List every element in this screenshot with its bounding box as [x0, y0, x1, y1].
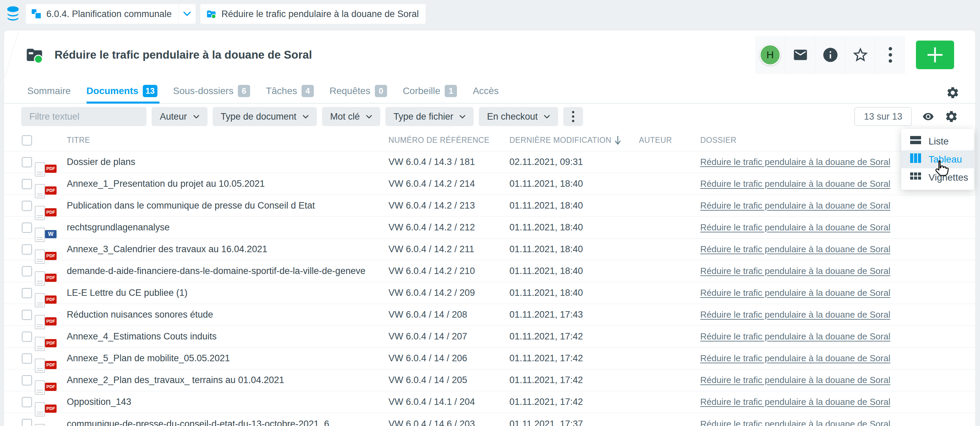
column-header-title[interactable]: TITRE: [67, 136, 388, 145]
favorite-button[interactable]: [845, 36, 875, 74]
folder-cell: Réduire le trafic pendulaire à la douane…: [700, 331, 975, 342]
table-row[interactable]: PDF demande-d-aide-financiere-dans-le-do…: [4, 261, 975, 282]
table-row[interactable]: PDF Publication dans le communique de pr…: [4, 195, 975, 217]
select-all-checkbox[interactable]: [22, 135, 32, 146]
view-menu-item[interactable]: Liste: [901, 132, 974, 150]
row-checkbox[interactable]: [22, 266, 32, 277]
text-filter-input[interactable]: [29, 111, 138, 122]
table-row[interactable]: PDF Annexe_1_Presentation du projet au 1…: [4, 173, 975, 195]
table-row[interactable]: PDF Annexe_4_Estimations Couts induits V…: [4, 326, 975, 348]
tab-item[interactable]: Accès: [473, 79, 498, 103]
table-row[interactable]: PDF Opposition_143 VW 6.0.4 / 14.1 / 204…: [4, 391, 975, 413]
more-filters-button[interactable]: [563, 107, 583, 126]
folder-link[interactable]: Réduire le trafic pendulaire à la douane…: [700, 331, 890, 342]
folder-link[interactable]: Réduire le trafic pendulaire à la douane…: [700, 157, 890, 167]
document-title[interactable]: Annexe_3_Calendrier des travaux au 16.04…: [67, 244, 388, 254]
document-title[interactable]: Dossier de plans: [67, 157, 388, 167]
tab-count-badge: 0: [375, 85, 387, 97]
document-title[interactable]: Publication dans le communique de presse…: [67, 200, 388, 211]
row-checkbox[interactable]: [22, 201, 32, 211]
folder-link[interactable]: Réduire le trafic pendulaire à la douane…: [700, 397, 890, 407]
row-checkbox[interactable]: [22, 310, 32, 320]
row-checkbox[interactable]: [22, 353, 32, 364]
tab-item[interactable]: Documents 13: [87, 79, 158, 103]
chevron-down-icon: [459, 115, 466, 119]
column-header-reference[interactable]: NUMÉRO DE RÉFÉRENCE: [388, 136, 509, 145]
tab-item[interactable]: Corbeille 1: [403, 79, 457, 103]
folder-link[interactable]: Réduire le trafic pendulaire à la douane…: [700, 179, 890, 189]
row-checkbox[interactable]: [22, 244, 32, 254]
view-menu-item-label: Liste: [929, 136, 949, 147]
row-checkbox[interactable]: [22, 419, 32, 426]
folder-link[interactable]: Réduire le trafic pendulaire à la douane…: [700, 266, 890, 276]
column-header-author[interactable]: AUTEUR: [639, 136, 700, 145]
folder-link[interactable]: Réduire le trafic pendulaire à la douane…: [700, 244, 890, 254]
tab-label: Sous-dossiers: [173, 86, 234, 97]
table-row[interactable]: PDF communique-de-presse-du-conseil-d-et…: [4, 413, 975, 426]
filter-dropdowns: Auteur Type de document Mot clé Type de …: [152, 107, 558, 126]
row-checkbox[interactable]: [22, 375, 32, 385]
app-logo-icon[interactable]: [5, 4, 21, 24]
document-title[interactable]: Annexe_4_Estimations Couts induits: [67, 331, 388, 342]
filter-dropdown[interactable]: Mot clé: [322, 107, 380, 126]
document-title[interactable]: Opposition_143: [67, 397, 388, 407]
row-checkbox[interactable]: [22, 223, 32, 233]
table-row[interactable]: PDF LE-E Lettre du CE publiee (1) VW 6.0…: [4, 282, 975, 304]
user-avatar[interactable]: H: [755, 36, 785, 74]
table-row[interactable]: W rechtsgrundlagenanalyse VW 6.0.4 / 14.…: [4, 217, 975, 238]
row-checkbox[interactable]: [22, 332, 32, 342]
hierarchy-icon: [31, 9, 41, 19]
folder-tab[interactable]: Réduire le trafic pendulaire à la douane…: [200, 4, 426, 24]
row-checkbox[interactable]: [22, 157, 32, 167]
view-menu-item[interactable]: Tableau: [901, 150, 974, 168]
folder-link[interactable]: Réduire le trafic pendulaire à la douane…: [700, 310, 890, 320]
tab-label: Requêtes: [329, 86, 371, 97]
tabs-settings-button[interactable]: [946, 86, 959, 101]
tab-item[interactable]: Sous-dossiers 6: [173, 79, 250, 103]
folder-link[interactable]: Réduire le trafic pendulaire à la douane…: [700, 353, 890, 363]
workspace-tab[interactable]: 6.0.4. Planification communale: [26, 4, 196, 24]
filter-dropdown[interactable]: Type de document: [213, 107, 317, 126]
folder-link[interactable]: Réduire le trafic pendulaire à la douane…: [700, 375, 890, 385]
folder-header: Réduire le trafic pendulaire à la douane…: [4, 31, 975, 79]
modified-date: 01.11.2021, 17:42: [509, 331, 639, 342]
view-toggle-button[interactable]: [921, 111, 936, 122]
column-header-modified[interactable]: DERNIÈRE MODIFICATION: [509, 135, 639, 146]
document-title[interactable]: demande-d-aide-financiere-dans-le-domain…: [67, 266, 388, 277]
view-menu-item[interactable]: Vignettes: [901, 168, 974, 186]
document-title[interactable]: Annexe_5_Plan de mobilite_05.05.2021: [67, 353, 388, 364]
info-button[interactable]: [815, 36, 845, 74]
document-title[interactable]: Réduction nuisances sonores étude: [67, 310, 388, 320]
row-checkbox[interactable]: [22, 397, 32, 407]
filter-dropdown[interactable]: Auteur: [152, 107, 207, 126]
more-actions-button[interactable]: [875, 36, 905, 74]
document-title[interactable]: Annexe_2_Plan des_travaux_ terrains au 0…: [67, 375, 388, 385]
list-settings-button[interactable]: [945, 110, 958, 123]
filter-dropdown[interactable]: Type de fichier: [385, 107, 474, 126]
tab-item[interactable]: Requêtes 0: [329, 79, 387, 103]
document-title[interactable]: Annexe_1_Presentation du projet au 10.05…: [67, 179, 388, 189]
document-title[interactable]: LE-E Lettre du CE publiee (1): [67, 288, 388, 298]
mail-button[interactable]: [785, 36, 815, 74]
table-row[interactable]: PDF Annexe_5_Plan de mobilite_05.05.2021…: [4, 348, 975, 369]
folder-link[interactable]: Réduire le trafic pendulaire à la douane…: [700, 222, 890, 232]
table-row[interactable]: PDF Dossier de plans VW 6.0.4 / 14.3 / 1…: [4, 151, 975, 173]
tab-item[interactable]: Sommaire: [27, 79, 71, 103]
kebab-icon: [572, 110, 574, 123]
row-checkbox[interactable]: [22, 179, 32, 189]
add-button[interactable]: [916, 41, 954, 69]
tab-item[interactable]: Tâches 4: [266, 79, 314, 103]
filter-dropdown[interactable]: En checkout: [479, 107, 558, 126]
chevron-down-icon[interactable]: [178, 4, 196, 24]
reference-number: VW 6.0.4 / 14.2 / 209: [388, 288, 509, 298]
folder-link[interactable]: Réduire le trafic pendulaire à la douane…: [700, 419, 890, 426]
folder-link[interactable]: Réduire le trafic pendulaire à la douane…: [700, 288, 890, 298]
table-row[interactable]: PDF Annexe_3_Calendrier des travaux au 1…: [4, 238, 975, 261]
document-title[interactable]: rechtsgrundlagenanalyse: [67, 222, 388, 233]
folder-cell: Réduire le trafic pendulaire à la douane…: [700, 310, 975, 320]
document-title[interactable]: communique-de-presse-du-conseil-d-etat-d…: [67, 419, 388, 426]
table-row[interactable]: PDF Annexe_2_Plan des_travaux_ terrains …: [4, 369, 975, 391]
table-row[interactable]: PDF Réduction nuisances sonores étude VW…: [4, 304, 975, 326]
folder-link[interactable]: Réduire le trafic pendulaire à la douane…: [700, 200, 890, 211]
row-checkbox[interactable]: [22, 288, 32, 298]
